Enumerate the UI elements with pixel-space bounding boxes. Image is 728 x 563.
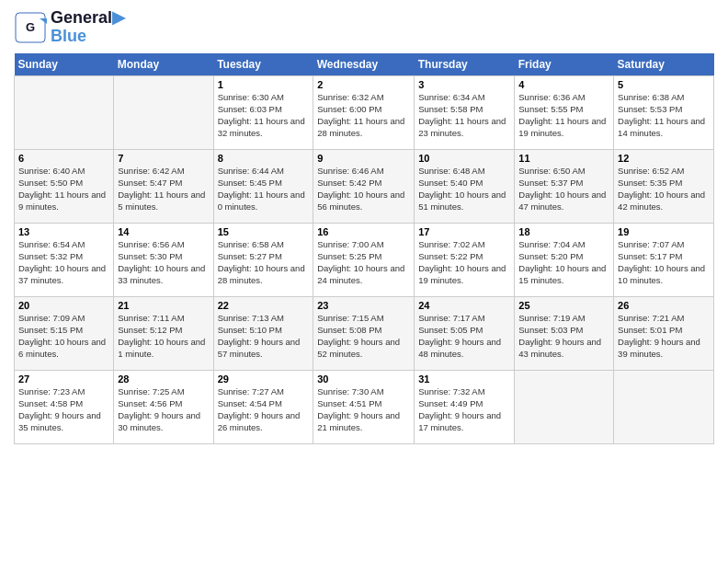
day-number: 15 [218, 226, 310, 237]
calendar-cell: 19Sunrise: 7:07 AMSunset: 5:17 PMDayligh… [614, 223, 714, 296]
weekday-header-sunday: Sunday [15, 53, 114, 76]
day-detail: Sunrise: 6:32 AMSunset: 6:00 PMDaylight:… [317, 91, 410, 140]
day-detail: Sunrise: 7:27 AMSunset: 4:54 PMDaylight:… [218, 385, 310, 434]
calendar-cell: 1Sunrise: 6:30 AMSunset: 6:03 PMDaylight… [213, 75, 313, 149]
day-number: 4 [518, 79, 609, 90]
logo-icon: G [14, 11, 47, 44]
day-number: 31 [418, 373, 510, 385]
day-number: 14 [118, 226, 209, 237]
calendar-cell: 22Sunrise: 7:13 AMSunset: 5:10 PMDayligh… [213, 296, 313, 370]
day-number: 13 [18, 226, 109, 237]
day-detail: Sunrise: 7:09 AMSunset: 5:15 PMDaylight:… [18, 312, 109, 361]
day-detail: Sunrise: 7:19 AMSunset: 5:03 PMDaylight:… [518, 312, 609, 361]
day-detail: Sunrise: 7:17 AMSunset: 5:05 PMDaylight:… [418, 312, 510, 361]
weekday-header-wednesday: Wednesday [313, 53, 415, 76]
calendar-cell: 8Sunrise: 6:44 AMSunset: 5:45 PMDaylight… [213, 149, 313, 223]
calendar-cell: 15Sunrise: 6:58 AMSunset: 5:27 PMDayligh… [213, 223, 313, 296]
day-number: 3 [418, 79, 510, 90]
day-number: 20 [18, 300, 109, 311]
day-detail: Sunrise: 7:00 AMSunset: 5:25 PMDaylight:… [317, 238, 410, 287]
logo-text-general: General▶ [51, 9, 125, 28]
calendar-cell: 23Sunrise: 7:15 AMSunset: 5:08 PMDayligh… [313, 296, 415, 370]
day-number: 12 [618, 153, 710, 164]
day-number: 16 [317, 226, 410, 237]
calendar-cell: 29Sunrise: 7:27 AMSunset: 4:54 PMDayligh… [213, 370, 313, 443]
day-detail: Sunrise: 6:46 AMSunset: 5:42 PMDaylight:… [317, 165, 410, 213]
day-detail: Sunrise: 6:58 AMSunset: 5:27 PMDaylight:… [218, 238, 310, 287]
weekday-header-thursday: Thursday [415, 53, 515, 76]
day-number: 11 [518, 153, 609, 164]
calendar-cell [614, 370, 714, 443]
header: G General▶ Blue [14, 9, 714, 46]
day-detail: Sunrise: 7:23 AMSunset: 4:58 PMDaylight:… [18, 385, 109, 434]
weekday-header-saturday: Saturday [614, 53, 714, 76]
day-number: 26 [618, 300, 710, 311]
day-number: 24 [418, 300, 510, 311]
calendar-cell: 24Sunrise: 7:17 AMSunset: 5:05 PMDayligh… [415, 296, 515, 370]
day-detail: Sunrise: 7:13 AMSunset: 5:10 PMDaylight:… [218, 312, 310, 361]
weekday-header-monday: Monday [114, 53, 213, 76]
day-number: 23 [317, 300, 410, 311]
day-detail: Sunrise: 6:52 AMSunset: 5:35 PMDaylight:… [618, 165, 710, 213]
day-number: 17 [418, 226, 510, 237]
day-number: 30 [317, 373, 410, 385]
calendar-cell: 28Sunrise: 7:25 AMSunset: 4:56 PMDayligh… [114, 370, 213, 443]
day-number: 6 [18, 153, 109, 164]
day-number: 18 [518, 226, 609, 237]
day-detail: Sunrise: 6:56 AMSunset: 5:30 PMDaylight:… [118, 238, 209, 287]
day-detail: Sunrise: 7:11 AMSunset: 5:12 PMDaylight:… [118, 312, 209, 361]
day-number: 21 [118, 300, 209, 311]
calendar-week-2: 6Sunrise: 6:40 AMSunset: 5:50 PMDaylight… [15, 149, 714, 223]
day-number: 8 [218, 153, 310, 164]
calendar-cell: 3Sunrise: 6:34 AMSunset: 5:58 PMDaylight… [415, 75, 515, 149]
calendar-cell: 20Sunrise: 7:09 AMSunset: 5:15 PMDayligh… [15, 296, 114, 370]
calendar-cell: 13Sunrise: 6:54 AMSunset: 5:32 PMDayligh… [15, 223, 114, 296]
day-detail: Sunrise: 6:42 AMSunset: 5:47 PMDaylight:… [118, 165, 209, 213]
day-number: 7 [118, 153, 209, 164]
day-detail: Sunrise: 7:21 AMSunset: 5:01 PMDaylight:… [618, 312, 710, 361]
day-number: 29 [218, 373, 310, 385]
logo: G General▶ Blue [14, 9, 125, 46]
calendar-week-3: 13Sunrise: 6:54 AMSunset: 5:32 PMDayligh… [15, 223, 714, 296]
calendar-cell [515, 370, 614, 443]
calendar-week-4: 20Sunrise: 7:09 AMSunset: 5:15 PMDayligh… [15, 296, 714, 370]
day-number: 10 [418, 153, 510, 164]
calendar-cell: 7Sunrise: 6:42 AMSunset: 5:47 PMDaylight… [114, 149, 213, 223]
calendar-cell [114, 75, 213, 149]
calendar-cell: 27Sunrise: 7:23 AMSunset: 4:58 PMDayligh… [15, 370, 114, 443]
day-detail: Sunrise: 7:02 AMSunset: 5:22 PMDaylight:… [418, 238, 510, 287]
calendar-cell: 25Sunrise: 7:19 AMSunset: 5:03 PMDayligh… [515, 296, 614, 370]
calendar-cell: 17Sunrise: 7:02 AMSunset: 5:22 PMDayligh… [415, 223, 515, 296]
day-detail: Sunrise: 6:30 AMSunset: 6:03 PMDaylight:… [218, 91, 310, 140]
calendar-cell: 4Sunrise: 6:36 AMSunset: 5:55 PMDaylight… [515, 75, 614, 149]
day-number: 5 [618, 79, 710, 90]
calendar-week-1: 1Sunrise: 6:30 AMSunset: 6:03 PMDaylight… [15, 75, 714, 149]
calendar-cell: 2Sunrise: 6:32 AMSunset: 6:00 PMDaylight… [313, 75, 415, 149]
day-detail: Sunrise: 6:44 AMSunset: 5:45 PMDaylight:… [218, 165, 310, 213]
weekday-header-tuesday: Tuesday [213, 53, 313, 76]
day-number: 25 [518, 300, 609, 311]
calendar-cell: 26Sunrise: 7:21 AMSunset: 5:01 PMDayligh… [614, 296, 714, 370]
weekday-header-row: SundayMondayTuesdayWednesdayThursdayFrid… [15, 53, 714, 76]
day-detail: Sunrise: 6:36 AMSunset: 5:55 PMDaylight:… [518, 91, 609, 140]
calendar-cell: 5Sunrise: 6:38 AMSunset: 5:53 PMDaylight… [614, 75, 714, 149]
calendar-cell: 11Sunrise: 6:50 AMSunset: 5:37 PMDayligh… [515, 149, 614, 223]
calendar-cell: 14Sunrise: 6:56 AMSunset: 5:30 PMDayligh… [114, 223, 213, 296]
day-detail: Sunrise: 7:25 AMSunset: 4:56 PMDaylight:… [118, 385, 209, 434]
calendar-cell: 18Sunrise: 7:04 AMSunset: 5:20 PMDayligh… [515, 223, 614, 296]
svg-text:G: G [26, 20, 35, 34]
day-number: 27 [18, 373, 109, 385]
day-detail: Sunrise: 6:50 AMSunset: 5:37 PMDaylight:… [518, 165, 609, 213]
day-number: 9 [317, 153, 410, 164]
day-detail: Sunrise: 6:48 AMSunset: 5:40 PMDaylight:… [418, 165, 510, 213]
calendar-week-5: 27Sunrise: 7:23 AMSunset: 4:58 PMDayligh… [15, 370, 714, 443]
day-number: 1 [218, 79, 310, 90]
day-detail: Sunrise: 7:30 AMSunset: 4:51 PMDaylight:… [317, 385, 410, 434]
calendar-cell: 16Sunrise: 7:00 AMSunset: 5:25 PMDayligh… [313, 223, 415, 296]
day-detail: Sunrise: 7:04 AMSunset: 5:20 PMDaylight:… [518, 238, 609, 287]
day-detail: Sunrise: 6:38 AMSunset: 5:53 PMDaylight:… [618, 91, 710, 140]
day-number: 28 [118, 373, 209, 385]
day-detail: Sunrise: 7:32 AMSunset: 4:49 PMDaylight:… [418, 385, 510, 434]
weekday-header-friday: Friday [515, 53, 614, 76]
day-number: 2 [317, 79, 410, 90]
